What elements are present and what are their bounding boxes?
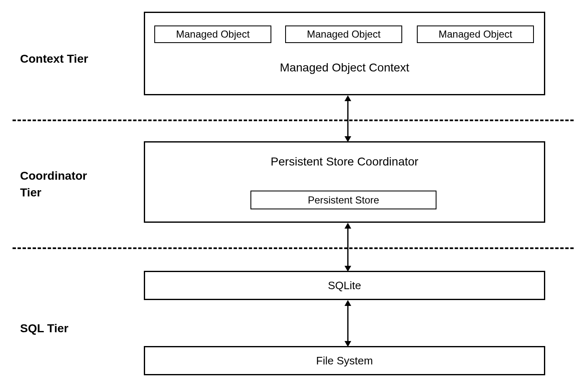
svg-marker-7 — [345, 300, 351, 306]
persistent-store-box: Persistent Store — [250, 191, 436, 209]
coordinator-tier-label-line1: Coordinator — [20, 169, 87, 183]
managed-object-context-box: Managed Object Managed Object Managed Ob… — [144, 12, 545, 95]
persistent-store-coordinator-box: Persistent Store Coordinator Persistent … — [144, 141, 545, 223]
managed-object-1-label: Managed Object — [176, 28, 250, 40]
svg-marker-1 — [345, 95, 351, 101]
arrow-sqlite-filesystem — [344, 300, 352, 347]
managed-object-2-box: Managed Object — [285, 25, 402, 43]
sqlite-box: SQLite — [144, 271, 545, 300]
svg-marker-4 — [345, 223, 351, 229]
managed-object-3-box: Managed Object — [417, 25, 534, 43]
sqlite-label: SQLite — [328, 279, 361, 292]
managed-object-context-label: Managed Object Context — [145, 61, 544, 74]
divider-2 — [13, 247, 574, 249]
persistent-store-coordinator-label: Persistent Store Coordinator — [145, 155, 544, 168]
coordinator-tier-label-line2: Tier — [20, 186, 41, 199]
arrow-context-coordinator — [344, 95, 352, 142]
context-tier-label: Context Tier — [20, 52, 88, 66]
managed-object-2-label: Managed Object — [307, 28, 380, 40]
managed-object-3-label: Managed Object — [439, 28, 512, 40]
sql-tier-label: SQL Tier — [20, 322, 69, 335]
file-system-box: File System — [144, 346, 545, 375]
divider-1 — [13, 120, 574, 121]
architecture-diagram: Context Tier Managed Object Managed Obje… — [0, 0, 582, 392]
file-system-label: File System — [316, 354, 373, 367]
persistent-store-label: Persistent Store — [308, 194, 379, 206]
managed-object-1-box: Managed Object — [154, 25, 271, 43]
